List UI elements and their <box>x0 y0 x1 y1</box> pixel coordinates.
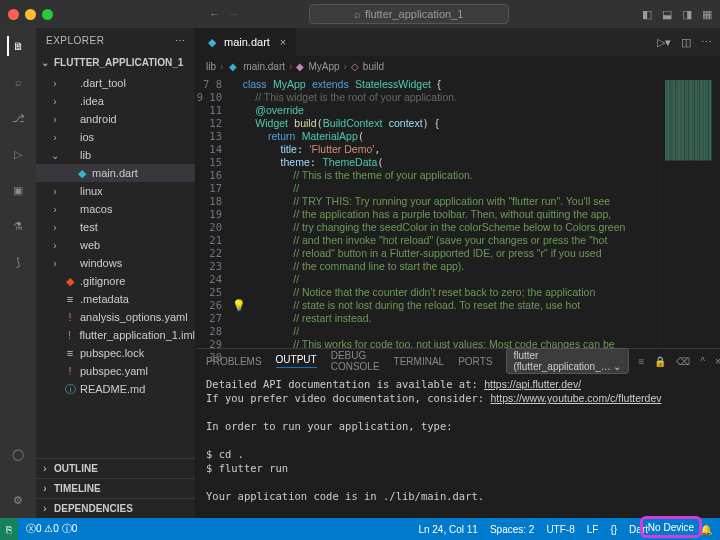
problems-status[interactable]: ⓧ0 ⚠0 ⓘ0 <box>26 522 77 536</box>
folder-item[interactable]: ›web <box>36 236 195 254</box>
output-channel-select[interactable]: flutter (flutter_application_… ⌄ <box>506 348 628 374</box>
nav-back-icon[interactable]: ← <box>209 8 220 20</box>
tree-item-label: .dart_tool <box>80 77 126 89</box>
chevron-down-icon: ⌄ <box>50 150 60 161</box>
encoding-status[interactable]: UTF-8 <box>546 524 574 535</box>
folder-item[interactable]: ›test <box>36 218 195 236</box>
file-item[interactable]: ◆.gitignore <box>36 272 195 290</box>
sidebar-title: EXPLORER ⋯ <box>36 28 195 52</box>
panel-tab-ports[interactable]: PORTS <box>458 356 492 367</box>
close-tab-icon[interactable]: × <box>280 36 286 48</box>
warning-icon: ⚠ <box>44 523 53 534</box>
chevron-right-icon: › <box>220 61 223 72</box>
dart-file-icon: ◆ <box>76 167 88 180</box>
sidebar-title-label: EXPLORER <box>46 35 104 46</box>
yaml-file-icon: ! <box>64 311 76 323</box>
folder-item[interactable]: ›ios <box>36 128 195 146</box>
code-content[interactable]: class MyApp extends StatelessWidget { //… <box>230 76 660 348</box>
folder-item[interactable]: ›.dart_tool <box>36 74 195 92</box>
panel-tab-debug-console[interactable]: DEBUG CONSOLE <box>331 350 380 372</box>
settings-gear-icon[interactable]: ⚙ <box>8 490 28 510</box>
tree-item-label: pubspec.lock <box>80 347 144 359</box>
minimize-window-icon[interactable] <box>25 9 36 20</box>
tree-item-label: test <box>80 221 98 233</box>
file-item[interactable]: !analysis_options.yaml <box>36 308 195 326</box>
breadcrumb-item[interactable]: main.dart <box>243 61 285 72</box>
output-channel-label: flutter (flutter_application_… <box>513 350 610 372</box>
panel-tab-output[interactable]: OUTPUT <box>276 354 317 368</box>
maximize-panel-icon[interactable]: ^ <box>700 356 705 367</box>
section-dependencies[interactable]: ›DEPENDENCIES <box>36 498 195 518</box>
chevron-right-icon: › <box>50 96 60 107</box>
file-item[interactable]: ≡pubspec.lock <box>36 344 195 362</box>
tab-more-icon[interactable]: ⋯ <box>701 36 712 49</box>
search-icon[interactable]: ⌕ <box>8 72 28 92</box>
sidebar-more-icon[interactable]: ⋯ <box>175 35 186 46</box>
layout-left-icon[interactable]: ◧ <box>642 8 652 21</box>
customize-layout-icon[interactable]: ▦ <box>702 8 712 21</box>
chevron-right-icon: › <box>40 503 50 514</box>
extensions-icon[interactable]: ▣ <box>8 180 28 200</box>
breadcrumb-item[interactable]: build <box>363 61 384 72</box>
breadcrumb-item[interactable]: MyApp <box>308 61 339 72</box>
layout-bottom-icon[interactable]: ⬓ <box>662 8 672 21</box>
folder-item[interactable]: ›windows <box>36 254 195 272</box>
run-dropdown-icon[interactable]: ▷▾ <box>657 36 671 49</box>
run-debug-icon[interactable]: ▷ <box>8 144 28 164</box>
tree-item-label: .metadata <box>80 293 129 305</box>
section-timeline[interactable]: ›TIMELINE <box>36 478 195 498</box>
breadcrumb-item[interactable]: lib <box>206 61 216 72</box>
chevron-right-icon: › <box>289 61 292 72</box>
explorer-icon[interactable]: 🗎 <box>7 36 27 56</box>
eol-status[interactable]: LF <box>587 524 599 535</box>
file-item[interactable]: !pubspec.yaml <box>36 362 195 380</box>
cursor-position[interactable]: Ln 24, Col 11 <box>418 524 478 535</box>
code-editor[interactable]: 7 8 9 10 11 12 13 14 15 16 17 18 19 20 2… <box>196 76 720 348</box>
lightbulb-icon[interactable]: 💡 <box>232 299 246 312</box>
file-item[interactable]: ⓘREADME.md <box>36 380 195 398</box>
chevron-right-icon: › <box>40 483 50 494</box>
close-window-icon[interactable] <box>8 9 19 20</box>
tab-main-dart[interactable]: ◆ main.dart × <box>196 28 297 56</box>
search-icon: ⌕ <box>354 8 361 20</box>
remote-indicator-icon[interactable]: ⎘ <box>0 518 18 540</box>
layout-right-icon[interactable]: ◨ <box>682 8 692 21</box>
explorer-sidebar: EXPLORER ⋯ ⌄ FLUTTER_APPLICATION_1 ›.dar… <box>36 28 196 518</box>
tree-item-label: main.dart <box>92 167 138 179</box>
project-header[interactable]: ⌄ FLUTTER_APPLICATION_1 <box>36 52 195 72</box>
filter-icon[interactable]: ≡ <box>639 356 645 367</box>
output-body[interactable]: Detailed API documentation is available … <box>196 373 720 518</box>
minimap[interactable]: ████ ███ ██████ ██ ████ ███ ██████ ██ ██… <box>660 76 720 348</box>
chevron-right-icon: › <box>50 114 60 125</box>
split-editor-icon[interactable]: ◫ <box>681 36 691 49</box>
source-control-icon[interactable]: ⎇ <box>8 108 28 128</box>
file-item[interactable]: ◆main.dart <box>36 164 195 182</box>
close-panel-icon[interactable]: × <box>715 356 720 367</box>
indentation-status[interactable]: Spaces: 2 <box>490 524 534 535</box>
window-controls[interactable] <box>8 9 53 20</box>
folder-item[interactable]: ›linux <box>36 182 195 200</box>
clear-output-icon[interactable]: ⌫ <box>676 356 690 367</box>
maximize-window-icon[interactable] <box>42 9 53 20</box>
chevron-right-icon: › <box>40 463 50 474</box>
nav-forward-icon[interactable]: → <box>228 8 239 20</box>
command-center-search[interactable]: ⌕ flutter_application_1 <box>309 4 509 24</box>
chevron-right-icon: › <box>50 222 60 233</box>
accounts-icon[interactable]: ◯ <box>8 444 28 464</box>
device-selector[interactable]: No Device <box>640 516 702 538</box>
folder-item[interactable]: ›.idea <box>36 92 195 110</box>
lock-scroll-icon[interactable]: 🔒 <box>654 356 666 367</box>
folder-item[interactable]: ⌄lib <box>36 146 195 164</box>
testing-icon[interactable]: ⚗ <box>8 216 28 236</box>
tree-item-label: ios <box>80 131 94 143</box>
panel-tab-terminal[interactable]: TERMINAL <box>394 356 445 367</box>
file-item[interactable]: !flutter_application_1.iml <box>36 326 195 344</box>
breadcrumb[interactable]: lib › ◆ main.dart › ◆ MyApp › ◇ build <box>196 56 720 76</box>
folder-item[interactable]: ›macos <box>36 200 195 218</box>
flutter-icon[interactable]: ⟆ <box>8 252 28 272</box>
file-item[interactable]: ≡.metadata <box>36 290 195 308</box>
section-outline[interactable]: ›OUTLINE <box>36 458 195 478</box>
tree-item-label: README.md <box>80 383 145 395</box>
folder-item[interactable]: ›android <box>36 110 195 128</box>
chevron-right-icon: › <box>50 204 60 215</box>
